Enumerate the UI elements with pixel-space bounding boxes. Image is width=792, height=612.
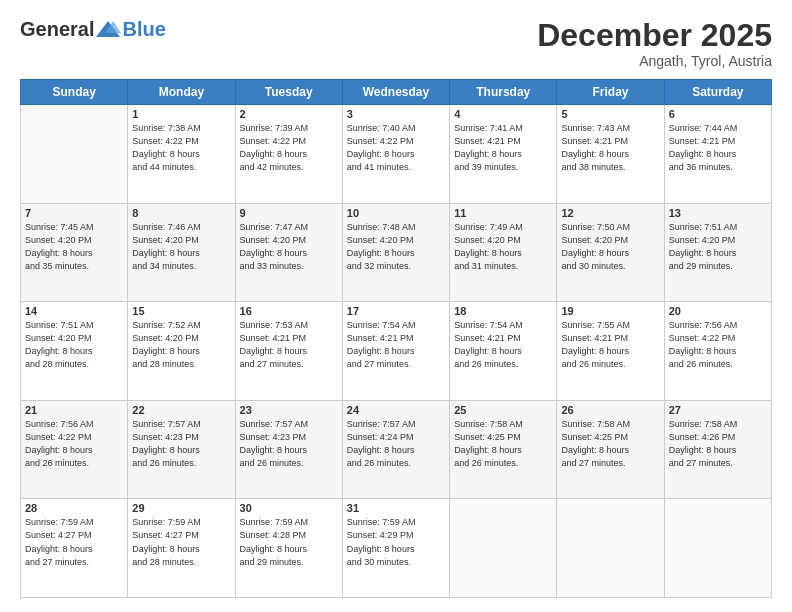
day-number: 22 bbox=[132, 404, 230, 416]
logo: General Blue bbox=[20, 18, 166, 41]
table-row: 19Sunrise: 7:55 AM Sunset: 4:21 PM Dayli… bbox=[557, 302, 664, 401]
calendar-week-row: 7Sunrise: 7:45 AM Sunset: 4:20 PM Daylig… bbox=[21, 203, 772, 302]
table-row: 31Sunrise: 7:59 AM Sunset: 4:29 PM Dayli… bbox=[342, 499, 449, 598]
day-info: Sunrise: 7:44 AM Sunset: 4:21 PM Dayligh… bbox=[669, 122, 767, 174]
day-number: 20 bbox=[669, 305, 767, 317]
table-row: 18Sunrise: 7:54 AM Sunset: 4:21 PM Dayli… bbox=[450, 302, 557, 401]
header-monday: Monday bbox=[128, 80, 235, 105]
table-row bbox=[664, 499, 771, 598]
day-info: Sunrise: 7:43 AM Sunset: 4:21 PM Dayligh… bbox=[561, 122, 659, 174]
day-number: 31 bbox=[347, 502, 445, 514]
day-number: 9 bbox=[240, 207, 338, 219]
day-info: Sunrise: 7:59 AM Sunset: 4:28 PM Dayligh… bbox=[240, 516, 338, 568]
day-number: 2 bbox=[240, 108, 338, 120]
day-number: 14 bbox=[25, 305, 123, 317]
table-row: 11Sunrise: 7:49 AM Sunset: 4:20 PM Dayli… bbox=[450, 203, 557, 302]
table-row: 1Sunrise: 7:38 AM Sunset: 4:22 PM Daylig… bbox=[128, 105, 235, 204]
day-info: Sunrise: 7:58 AM Sunset: 4:25 PM Dayligh… bbox=[561, 418, 659, 470]
table-row: 15Sunrise: 7:52 AM Sunset: 4:20 PM Dayli… bbox=[128, 302, 235, 401]
day-number: 21 bbox=[25, 404, 123, 416]
page: General Blue December 2025 Angath, Tyrol… bbox=[0, 0, 792, 612]
day-number: 1 bbox=[132, 108, 230, 120]
day-info: Sunrise: 7:51 AM Sunset: 4:20 PM Dayligh… bbox=[669, 221, 767, 273]
day-number: 10 bbox=[347, 207, 445, 219]
calendar-table: Sunday Monday Tuesday Wednesday Thursday… bbox=[20, 79, 772, 598]
day-number: 17 bbox=[347, 305, 445, 317]
table-row: 26Sunrise: 7:58 AM Sunset: 4:25 PM Dayli… bbox=[557, 400, 664, 499]
logo-general-text: General bbox=[20, 18, 94, 41]
table-row: 8Sunrise: 7:46 AM Sunset: 4:20 PM Daylig… bbox=[128, 203, 235, 302]
day-info: Sunrise: 7:58 AM Sunset: 4:26 PM Dayligh… bbox=[669, 418, 767, 470]
day-info: Sunrise: 7:56 AM Sunset: 4:22 PM Dayligh… bbox=[669, 319, 767, 371]
table-row: 29Sunrise: 7:59 AM Sunset: 4:27 PM Dayli… bbox=[128, 499, 235, 598]
day-info: Sunrise: 7:38 AM Sunset: 4:22 PM Dayligh… bbox=[132, 122, 230, 174]
table-row: 3Sunrise: 7:40 AM Sunset: 4:22 PM Daylig… bbox=[342, 105, 449, 204]
day-number: 3 bbox=[347, 108, 445, 120]
header-sunday: Sunday bbox=[21, 80, 128, 105]
table-row: 23Sunrise: 7:57 AM Sunset: 4:23 PM Dayli… bbox=[235, 400, 342, 499]
calendar-week-row: 14Sunrise: 7:51 AM Sunset: 4:20 PM Dayli… bbox=[21, 302, 772, 401]
day-number: 25 bbox=[454, 404, 552, 416]
day-info: Sunrise: 7:57 AM Sunset: 4:23 PM Dayligh… bbox=[240, 418, 338, 470]
day-info: Sunrise: 7:54 AM Sunset: 4:21 PM Dayligh… bbox=[347, 319, 445, 371]
day-number: 19 bbox=[561, 305, 659, 317]
day-info: Sunrise: 7:50 AM Sunset: 4:20 PM Dayligh… bbox=[561, 221, 659, 273]
table-row: 2Sunrise: 7:39 AM Sunset: 4:22 PM Daylig… bbox=[235, 105, 342, 204]
logo-blue-text: Blue bbox=[122, 18, 165, 41]
table-row: 6Sunrise: 7:44 AM Sunset: 4:21 PM Daylig… bbox=[664, 105, 771, 204]
header-tuesday: Tuesday bbox=[235, 80, 342, 105]
calendar-week-row: 1Sunrise: 7:38 AM Sunset: 4:22 PM Daylig… bbox=[21, 105, 772, 204]
table-row: 24Sunrise: 7:57 AM Sunset: 4:24 PM Dayli… bbox=[342, 400, 449, 499]
day-info: Sunrise: 7:59 AM Sunset: 4:27 PM Dayligh… bbox=[25, 516, 123, 568]
month-title: December 2025 bbox=[537, 18, 772, 53]
day-info: Sunrise: 7:58 AM Sunset: 4:25 PM Dayligh… bbox=[454, 418, 552, 470]
day-number: 12 bbox=[561, 207, 659, 219]
day-info: Sunrise: 7:57 AM Sunset: 4:23 PM Dayligh… bbox=[132, 418, 230, 470]
day-number: 7 bbox=[25, 207, 123, 219]
day-number: 30 bbox=[240, 502, 338, 514]
header-wednesday: Wednesday bbox=[342, 80, 449, 105]
calendar-header-row: Sunday Monday Tuesday Wednesday Thursday… bbox=[21, 80, 772, 105]
logo-icon bbox=[95, 19, 121, 41]
day-info: Sunrise: 7:53 AM Sunset: 4:21 PM Dayligh… bbox=[240, 319, 338, 371]
day-number: 6 bbox=[669, 108, 767, 120]
title-block: December 2025 Angath, Tyrol, Austria bbox=[537, 18, 772, 69]
day-number: 26 bbox=[561, 404, 659, 416]
day-number: 4 bbox=[454, 108, 552, 120]
header-friday: Friday bbox=[557, 80, 664, 105]
header: General Blue December 2025 Angath, Tyrol… bbox=[20, 18, 772, 69]
day-info: Sunrise: 7:57 AM Sunset: 4:24 PM Dayligh… bbox=[347, 418, 445, 470]
day-info: Sunrise: 7:54 AM Sunset: 4:21 PM Dayligh… bbox=[454, 319, 552, 371]
day-info: Sunrise: 7:49 AM Sunset: 4:20 PM Dayligh… bbox=[454, 221, 552, 273]
day-number: 15 bbox=[132, 305, 230, 317]
location-title: Angath, Tyrol, Austria bbox=[537, 53, 772, 69]
day-info: Sunrise: 7:59 AM Sunset: 4:27 PM Dayligh… bbox=[132, 516, 230, 568]
table-row: 13Sunrise: 7:51 AM Sunset: 4:20 PM Dayli… bbox=[664, 203, 771, 302]
table-row: 4Sunrise: 7:41 AM Sunset: 4:21 PM Daylig… bbox=[450, 105, 557, 204]
calendar-week-row: 21Sunrise: 7:56 AM Sunset: 4:22 PM Dayli… bbox=[21, 400, 772, 499]
day-number: 24 bbox=[347, 404, 445, 416]
table-row: 28Sunrise: 7:59 AM Sunset: 4:27 PM Dayli… bbox=[21, 499, 128, 598]
day-number: 8 bbox=[132, 207, 230, 219]
calendar-week-row: 28Sunrise: 7:59 AM Sunset: 4:27 PM Dayli… bbox=[21, 499, 772, 598]
table-row: 30Sunrise: 7:59 AM Sunset: 4:28 PM Dayli… bbox=[235, 499, 342, 598]
day-info: Sunrise: 7:47 AM Sunset: 4:20 PM Dayligh… bbox=[240, 221, 338, 273]
day-info: Sunrise: 7:46 AM Sunset: 4:20 PM Dayligh… bbox=[132, 221, 230, 273]
day-info: Sunrise: 7:41 AM Sunset: 4:21 PM Dayligh… bbox=[454, 122, 552, 174]
table-row: 22Sunrise: 7:57 AM Sunset: 4:23 PM Dayli… bbox=[128, 400, 235, 499]
day-number: 13 bbox=[669, 207, 767, 219]
table-row bbox=[557, 499, 664, 598]
table-row bbox=[21, 105, 128, 204]
day-info: Sunrise: 7:48 AM Sunset: 4:20 PM Dayligh… bbox=[347, 221, 445, 273]
table-row: 17Sunrise: 7:54 AM Sunset: 4:21 PM Dayli… bbox=[342, 302, 449, 401]
day-number: 11 bbox=[454, 207, 552, 219]
table-row bbox=[450, 499, 557, 598]
table-row: 9Sunrise: 7:47 AM Sunset: 4:20 PM Daylig… bbox=[235, 203, 342, 302]
table-row: 5Sunrise: 7:43 AM Sunset: 4:21 PM Daylig… bbox=[557, 105, 664, 204]
day-number: 29 bbox=[132, 502, 230, 514]
day-number: 28 bbox=[25, 502, 123, 514]
day-info: Sunrise: 7:52 AM Sunset: 4:20 PM Dayligh… bbox=[132, 319, 230, 371]
table-row: 7Sunrise: 7:45 AM Sunset: 4:20 PM Daylig… bbox=[21, 203, 128, 302]
day-number: 16 bbox=[240, 305, 338, 317]
day-number: 5 bbox=[561, 108, 659, 120]
